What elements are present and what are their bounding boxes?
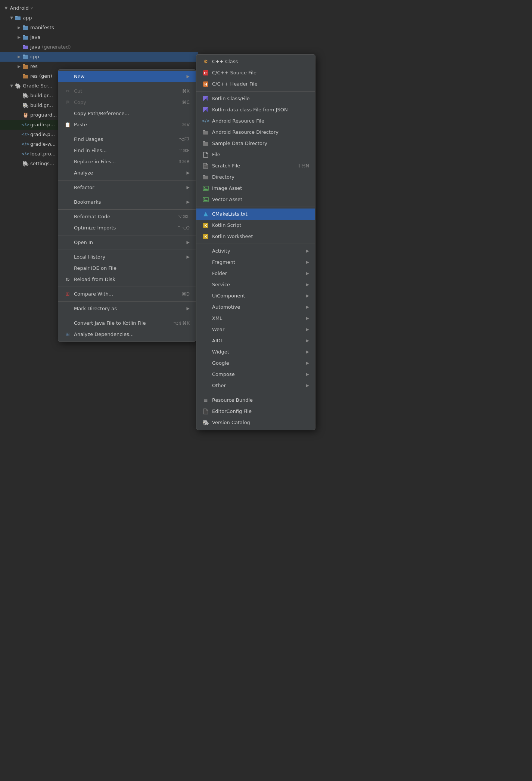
- menu-item-folder[interactable]: Folder ▶: [196, 268, 315, 279]
- tree-item-cpp[interactable]: ▶ cpp: [0, 52, 198, 62]
- menu-item-android-resource-file[interactable]: </> Android Resource File: [196, 115, 315, 127]
- menu-label-android-resource-dir: Android Resource Directory: [212, 129, 309, 136]
- svg-rect-0: [15, 16, 21, 20]
- menu-item-sample-data-dir[interactable]: Sample Data Directory: [196, 138, 315, 149]
- tree-item-manifests[interactable]: ▶ manifests: [0, 23, 198, 33]
- menu-item-cut[interactable]: ✂ Cut ⌘X: [58, 86, 196, 97]
- kotlin-data-icon: [202, 106, 209, 113]
- tree-label-proguard: proguard...: [30, 111, 57, 119]
- uicomponent-icon: [202, 293, 209, 299]
- menu-item-automotive[interactable]: Automotive ▶: [196, 302, 315, 313]
- menu-item-cmake[interactable]: CMakeLists.txt: [196, 209, 315, 220]
- menu-item-kotlin-script[interactable]: K Kotlin Script: [196, 220, 315, 231]
- menu-item-analyze-deps[interactable]: ⊞ Analyze Dependencies...: [58, 329, 196, 340]
- menu-item-google[interactable]: Google ▶: [196, 358, 315, 369]
- menu-label-cut: Cut: [74, 87, 175, 95]
- menu-item-aidl[interactable]: AIDL ▶: [196, 335, 315, 346]
- svg-text:C!: C!: [204, 71, 208, 75]
- other-arrow: ▶: [306, 382, 309, 389]
- panel-dropdown-icon[interactable]: ∨: [30, 6, 33, 10]
- menu-item-find-files[interactable]: Find in Files... ⇧⌘F: [58, 145, 196, 156]
- svg-rect-10: [23, 65, 28, 69]
- menu-item-copy-path[interactable]: Copy Path/Reference...: [58, 108, 196, 119]
- menu-item-kotlin-worksheet[interactable]: K Kotlin Worksheet: [196, 231, 315, 242]
- menu-item-wear[interactable]: Wear ▶: [196, 324, 315, 335]
- bookmarks-icon: [64, 199, 71, 206]
- menu-label-sample-data-dir: Sample Data Directory: [212, 140, 309, 147]
- menu-item-open-in[interactable]: Open In ▶: [58, 237, 196, 248]
- menu-item-uicomponent[interactable]: UiComponent ▶: [196, 290, 315, 302]
- separator-9: [58, 301, 196, 302]
- menu-item-convert-java[interactable]: Convert Java File to Kotlin File ⌥⇧⌘K: [58, 318, 196, 329]
- menu-label-compare: Compare With...: [74, 290, 174, 298]
- menu-item-other[interactable]: Other ▶: [196, 380, 315, 391]
- folder-arrow: ▶: [306, 270, 309, 277]
- tree-item-java-gen[interactable]: ▶ java (generated): [0, 42, 198, 52]
- image-asset-icon: [202, 185, 209, 192]
- menu-item-fragment[interactable]: Fragment ▶: [196, 257, 315, 268]
- svg-rect-22: [203, 131, 208, 135]
- menu-item-mark-dir[interactable]: Mark Directory as ▶: [58, 303, 196, 314]
- menu-item-refactor[interactable]: Refactor ▶: [58, 182, 196, 193]
- menu-item-paste[interactable]: 📋 Paste ⌘V: [58, 119, 196, 130]
- menu-item-version-catalog[interactable]: 🐘 Version Catalog: [196, 417, 315, 428]
- menu-item-image-asset[interactable]: Image Asset: [196, 183, 315, 194]
- fragment-icon: [202, 259, 209, 266]
- paste-icon: 📋: [64, 121, 71, 128]
- fragment-arrow: ▶: [306, 259, 309, 266]
- local-history-arrow: ▶: [187, 253, 190, 261]
- tree-item-app[interactable]: ▼ app: [0, 13, 198, 23]
- menu-item-scratch-file[interactable]: Scratch File ⇧⌘N: [196, 160, 315, 172]
- google-arrow: ▶: [306, 359, 309, 367]
- open-in-icon: [64, 239, 71, 246]
- analyze-arrow: ▶: [187, 169, 190, 177]
- xml-arrow: ▶: [306, 315, 309, 322]
- menu-item-xml[interactable]: XML ▶: [196, 313, 315, 324]
- tree-label-gradle-w: gradle-w...: [30, 140, 56, 148]
- tree-label-res: res: [30, 62, 38, 71]
- menu-item-optimize[interactable]: Optimize Imports ^⌥O: [58, 222, 196, 234]
- menu-item-find-usages[interactable]: Find Usages ⌥F7: [58, 134, 196, 145]
- convert-shortcut: ⌥⇧⌘K: [173, 320, 190, 327]
- menu-label-analyze-deps: Analyze Dependencies...: [74, 331, 190, 338]
- menu-item-compare[interactable]: ⊞ Compare With... ⌘D: [58, 288, 196, 300]
- menu-item-copy[interactable]: ⎘ Copy ⌘C: [58, 97, 196, 108]
- menu-item-analyze[interactable]: Analyze ▶: [58, 167, 196, 179]
- menu-item-cpp-class[interactable]: ⚙ C++ Class: [196, 56, 315, 67]
- menu-item-reload[interactable]: ↻ Reload from Disk: [58, 274, 196, 285]
- folder-icon-java: [22, 34, 28, 40]
- cut-shortcut: ⌘X: [182, 87, 190, 95]
- menu-label-find-usages: Find Usages: [74, 136, 172, 143]
- menu-item-reformat[interactable]: Reformat Code ⌥⌘L: [58, 211, 196, 222]
- menu-item-activity[interactable]: Activity ▶: [196, 246, 315, 257]
- menu-item-file[interactable]: File: [196, 149, 315, 160]
- menu-item-local-history[interactable]: Local History ▶: [58, 251, 196, 263]
- menu-item-editorconfig[interactable]: EditorConfig File: [196, 406, 315, 417]
- menu-label-cpp-class: C++ Class: [212, 58, 309, 65]
- compare-shortcut: ⌘D: [182, 290, 190, 298]
- menu-item-resource-bundle[interactable]: ≡ Resource Bundle: [196, 395, 315, 406]
- panel-chevron: ▼: [4, 6, 7, 10]
- cmake-icon: [202, 211, 209, 217]
- refactor-icon: [64, 184, 71, 191]
- find-usages-icon: [64, 136, 71, 143]
- menu-item-compose[interactable]: Compose ▶: [196, 369, 315, 380]
- kotlin-worksheet-icon: K: [202, 233, 209, 240]
- tree-item-java[interactable]: ▶ java: [0, 33, 198, 42]
- menu-item-cpp-source[interactable]: C! C/C++ Source File: [196, 67, 315, 78]
- menu-item-android-resource-dir[interactable]: Android Resource Directory: [196, 127, 315, 138]
- menu-item-cpp-header[interactable]: H C/C++ Header File: [196, 78, 315, 90]
- menu-item-bookmarks[interactable]: Bookmarks ▶: [58, 197, 196, 208]
- xml-icon-gradle-w: </>: [22, 141, 28, 147]
- menu-item-directory[interactable]: Directory: [196, 172, 315, 183]
- menu-item-repair-ide[interactable]: Repair IDE on File: [58, 263, 196, 274]
- menu-item-widget[interactable]: Widget ▶: [196, 346, 315, 358]
- menu-item-kotlin-data[interactable]: Kotlin data class File from JSON: [196, 104, 315, 115]
- menu-item-new[interactable]: New ▶: [58, 71, 196, 82]
- menu-label-widget: Widget: [212, 348, 303, 356]
- menu-item-kotlin-class[interactable]: Kotlin Class/File: [196, 93, 315, 104]
- menu-item-vector-asset[interactable]: Vector Asset: [196, 194, 315, 205]
- menu-item-service[interactable]: Service ▶: [196, 279, 315, 290]
- menu-item-replace[interactable]: Replace in Files... ⇧⌘R: [58, 156, 196, 167]
- new-sep-1: [196, 91, 315, 92]
